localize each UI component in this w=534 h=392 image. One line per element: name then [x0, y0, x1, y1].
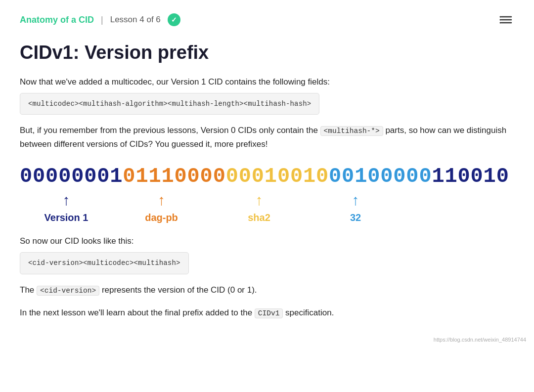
- para-1: Now that we've added a multicodec, our V…: [20, 75, 514, 89]
- label-version1: ↑ Version 1: [22, 193, 111, 225]
- code-block-2: <cid-version><multicodec><multihash>: [20, 252, 189, 274]
- binary-seg-dagpb: 01110000: [123, 165, 225, 188]
- page-title: CIDv1: Version prefix: [20, 42, 514, 64]
- menu-button[interactable]: [498, 12, 514, 28]
- binary-seg-32: 00100000: [329, 165, 432, 188]
- para-2: But, if you remember from the previous l…: [20, 124, 514, 151]
- code-block-1: <multicodec><multihash-algorithm><multih…: [20, 93, 319, 115]
- label-text-32: 32: [350, 210, 361, 225]
- svg-point-5: [500, 22, 501, 24]
- binary-seg-rest: 110010: [432, 165, 509, 188]
- para-5: In the next lesson we'll learn about the…: [20, 306, 514, 320]
- arrow-dagpb: ↑: [158, 193, 165, 208]
- binary-seg-sha2: 00010010: [226, 165, 329, 188]
- binary-string: 00000001011100000001001000100000110010: [20, 165, 514, 188]
- label-sha2: ↑ sha2: [212, 193, 306, 225]
- lesson-label: Lesson 4 of 6: [110, 13, 161, 26]
- check-icon: ✓: [168, 13, 180, 26]
- page-container: Anatomy of a CID | Lesson 4 of 6 ✓ CIDv1…: [0, 0, 534, 348]
- label-32: ↑ 32: [309, 193, 402, 225]
- code-cid-version: <cid-version>: [37, 286, 99, 296]
- para-4: The <cid-version> represents the version…: [20, 283, 514, 297]
- labels-row: ↑ Version 1 ↑ dag-pb ↑ sha2 ↑ 32: [20, 193, 514, 225]
- label-dagpb: ↑ dag-pb: [113, 193, 210, 225]
- code-cidv1: CIDv1: [255, 308, 283, 318]
- svg-point-4: [500, 19, 501, 21]
- code-multihash: <multihash-*>: [320, 126, 383, 136]
- binary-clip: 00000001011100000001001000100000110010: [20, 165, 514, 188]
- para-3: So now our CID looks like this:: [20, 234, 514, 248]
- list-icon: [498, 12, 514, 28]
- label-text-sha2: sha2: [248, 210, 270, 225]
- arrow-32: ↑: [352, 193, 359, 208]
- header: Anatomy of a CID | Lesson 4 of 6 ✓: [20, 12, 514, 28]
- arrow-v1: ↑: [63, 193, 70, 208]
- label-text-v1: Version 1: [44, 210, 89, 225]
- arrow-sha2: ↑: [256, 193, 263, 208]
- svg-point-3: [500, 16, 501, 18]
- binary-viz: 00000001011100000001001000100000110010 ↑…: [20, 165, 514, 225]
- course-title: Anatomy of a CID: [20, 13, 94, 27]
- header-divider: |: [101, 13, 103, 27]
- label-text-dagpb: dag-pb: [145, 210, 178, 225]
- header-left: Anatomy of a CID | Lesson 4 of 6 ✓: [20, 13, 180, 27]
- binary-seg-v1: 00000001: [20, 165, 123, 188]
- watermark: https://blog.csdn.net/weixin_48914744: [434, 336, 526, 345]
